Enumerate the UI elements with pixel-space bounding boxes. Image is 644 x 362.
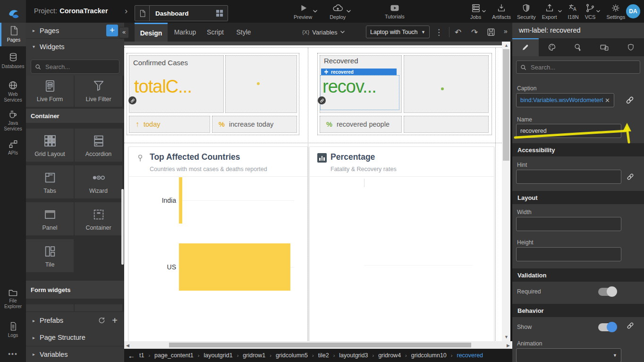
add-page-button[interactable]: + (106, 25, 118, 36)
tab-styles[interactable] (539, 38, 565, 56)
widget-search-box[interactable] (31, 60, 119, 74)
recovered-value-label[interactable]: recov... (322, 77, 376, 97)
widget-accordion[interactable]: Accordion (75, 129, 122, 162)
rail-item-file-explorer[interactable]: File Explorer (0, 288, 26, 309)
deploy-button[interactable]: Deploy (330, 3, 346, 20)
recovered-empty-stat-cell[interactable] (404, 116, 489, 133)
widget-panel[interactable]: Panel (26, 202, 74, 235)
tab-events[interactable] (565, 38, 592, 56)
rail-item-pages[interactable]: Pages (0, 23, 26, 46)
rail-item-java-services[interactable]: Java Services (0, 110, 26, 131)
deploy-chevron-icon[interactable] (347, 10, 351, 13)
vcs-chevron-icon[interactable] (596, 10, 600, 13)
scroll-up-icon[interactable]: ▲ (504, 43, 508, 48)
project-chevron-icon[interactable]: › (125, 6, 127, 16)
page-structure-section-header[interactable]: ▸ Page Structure (26, 329, 124, 346)
widget-wizard[interactable]: Wizard (75, 165, 122, 198)
expand-right-panel-icon[interactable]: » (504, 27, 508, 35)
widget-tile[interactable]: Tile (26, 239, 74, 272)
tile-confirmed-cases[interactable]: Confirmed Cases totalC... ↑ today % incr… (127, 53, 299, 135)
widget-live-form[interactable]: Live Form (26, 76, 74, 107)
jobs-button[interactable]: Jobs (470, 3, 481, 20)
vcs-button[interactable]: VCS (585, 3, 596, 20)
recovered-title[interactable]: Recovered (324, 57, 358, 65)
bar-us[interactable] (179, 243, 290, 291)
tab-script[interactable]: Script (202, 23, 229, 42)
crumb-tile2[interactable]: tile2 (318, 352, 329, 359)
tile-recovered[interactable]: Recovered recovered recov... % recovered… (317, 53, 492, 135)
height-input[interactable] (516, 247, 621, 261)
canvas-vertical-scrollbar[interactable]: ▲ ▼ (502, 42, 510, 341)
crumb-gridcolumn10[interactable]: gridcolumn10 (411, 352, 447, 359)
today-label[interactable]: today (144, 121, 160, 128)
save-button[interactable] (487, 28, 495, 36)
widget-partial-cell[interactable] (26, 304, 74, 311)
security-button[interactable]: Security (517, 3, 536, 20)
vertical-scroll-thumb[interactable] (503, 49, 509, 161)
undo-button[interactable]: ↶ (455, 27, 461, 37)
tutorials-button[interactable]: Tutorials (385, 3, 405, 19)
increase-today-stat-cell[interactable]: % increase today (212, 116, 297, 133)
horizontal-scroll-thumb[interactable] (169, 343, 471, 347)
recovered-people-label[interactable]: recovered people (337, 121, 390, 128)
bind-show-icon[interactable] (627, 322, 634, 329)
increase-today-label[interactable]: increase today (229, 121, 273, 128)
i18n-button[interactable]: A I18N (568, 3, 579, 20)
bind-caption-icon[interactable] (626, 96, 634, 104)
preview-button[interactable]: Preview (294, 3, 312, 20)
caption-input[interactable]: bind:Variables.wsvWordometerGlobal.c ✕ (516, 93, 614, 107)
hint-input[interactable] (516, 170, 621, 184)
rail-item-logs[interactable]: Logs (0, 321, 26, 338)
breadcrumb-back-icon[interactable]: ← (128, 352, 135, 360)
user-avatar[interactable]: DA (626, 4, 640, 18)
settings-button[interactable]: Settings (606, 3, 625, 20)
required-toggle[interactable] (598, 288, 616, 296)
preview-chevron-icon[interactable] (313, 10, 317, 13)
refresh-icon[interactable] (98, 317, 105, 324)
crumb-root[interactable]: t1 (139, 352, 144, 359)
tab-devices[interactable] (591, 38, 618, 56)
tab-security[interactable] (618, 38, 644, 56)
collapse-left-panel-button[interactable]: « (119, 27, 129, 38)
total-cases-label[interactable]: totalC... (134, 77, 192, 97)
card-top-affected-countries[interactable]: Top Affected Countries Countries with mo… (128, 147, 308, 341)
rail-item-web-services[interactable]: Web Services (0, 80, 26, 103)
scroll-right-icon[interactable]: ▶ (507, 343, 510, 348)
crumb-gridrow4[interactable]: gridrow4 (378, 352, 401, 359)
recovered-cell[interactable]: Recovered recovered recov... (320, 55, 402, 113)
widgets-section-header[interactable]: ▾ Widgets (26, 39, 124, 54)
crumb-layoutgrid3[interactable]: layoutgrid3 (339, 352, 368, 359)
rail-more-icon[interactable]: ••• (0, 350, 26, 358)
selection-chip[interactable]: recovered (321, 69, 397, 75)
design-canvas[interactable]: Confirmed Cases totalC... ↑ today % incr… (124, 42, 510, 341)
bind-hint-icon[interactable] (627, 173, 634, 181)
bind-link-badge-icon[interactable] (318, 96, 326, 104)
page-tab-dashboard[interactable]: Dashboard (135, 5, 228, 21)
prefabs-section-header[interactable]: ▸ Prefabs + (26, 311, 124, 329)
widget-search-input[interactable] (44, 63, 112, 71)
canvas-horizontal-scrollbar[interactable]: ◀ ▶ (124, 341, 512, 349)
card-percentage[interactable]: Percentage Fatality & Recovery rates (309, 147, 494, 341)
pages-section-header[interactable]: ▸ Pages + (26, 23, 124, 39)
crumb-recovered-active[interactable]: recovered (457, 352, 483, 359)
artifacts-button[interactable]: Artifacts (492, 3, 511, 20)
confirmed-cases-cell[interactable]: Confirmed Cases totalC... (129, 55, 224, 113)
jobs-chevron-icon[interactable] (482, 10, 486, 13)
widget-container[interactable]: Container (75, 202, 122, 235)
crumb-gridcolumn5[interactable]: gridcolumn5 (276, 352, 308, 359)
variables-dropdown[interactable]: {X} Variables (302, 23, 345, 42)
widget-partial-cell[interactable] (75, 304, 122, 311)
export-button[interactable]: Export (542, 3, 557, 20)
scroll-left-icon[interactable]: ◀ (126, 343, 129, 348)
redo-button[interactable]: ↷ (471, 27, 478, 37)
name-input[interactable] (516, 124, 621, 138)
show-toggle[interactable] (598, 323, 616, 331)
bar-india[interactable] (179, 177, 290, 224)
tab-design[interactable]: Design (135, 23, 168, 42)
rail-item-databases[interactable]: Databases (0, 52, 26, 69)
today-stat-cell[interactable]: ↑ today (129, 116, 210, 133)
crumb-page-content[interactable]: page_content1 (154, 352, 194, 359)
property-search-input[interactable] (530, 63, 626, 71)
add-prefab-icon[interactable]: + (112, 317, 118, 324)
widget-panel-scrollbar[interactable] (121, 189, 124, 265)
